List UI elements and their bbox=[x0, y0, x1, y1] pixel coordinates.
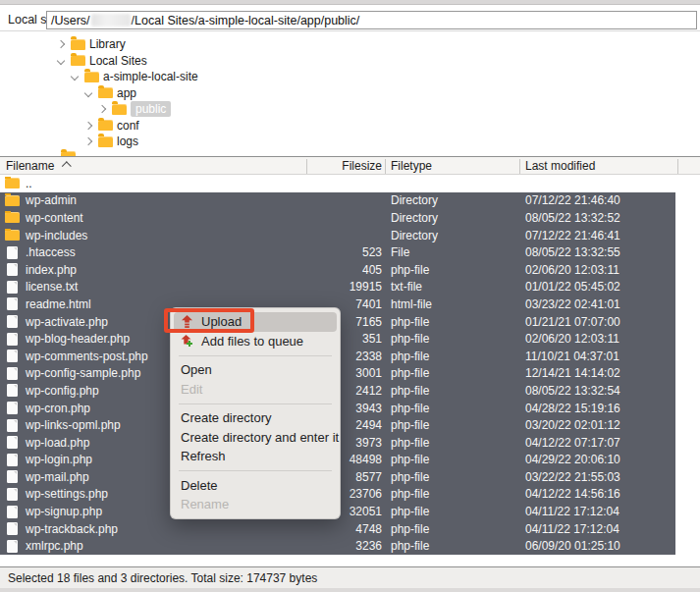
tree-item-label: Local Sites bbox=[89, 54, 147, 68]
file-row-wp-trackback.php[interactable]: wp-trackback.php4748php-file04/11/22 17:… bbox=[0, 520, 675, 538]
file-row-.htaccess[interactable]: .htaccess523File08/05/22 13:32:55 bbox=[0, 243, 675, 261]
tree-item-label: logs bbox=[117, 135, 138, 148]
path-prefix: /Users/ bbox=[51, 14, 90, 27]
last-modified-cell: 02/06/20 12:03:11 bbox=[520, 332, 675, 346]
chevron-glyph bbox=[97, 105, 105, 113]
context-menu: UploadAdd files to queueOpenEditCreate d… bbox=[170, 307, 341, 519]
filesize-cell: 4748 bbox=[307, 522, 386, 536]
filetype-cell: php-file bbox=[386, 418, 520, 432]
file-icon bbox=[7, 315, 18, 328]
tree-item-public[interactable]: public bbox=[0, 101, 700, 118]
file-row-wp-admin[interactable]: wp-adminDirectory07/12/22 21:46:40 bbox=[0, 192, 675, 210]
menu-item-create-directory-and-enter-it[interactable]: Create directory and enter it bbox=[171, 428, 340, 448]
chevron-right-icon[interactable] bbox=[80, 123, 96, 129]
file-row-wp-includes[interactable]: wp-includesDirectory07/12/22 21:46:41 bbox=[0, 227, 675, 244]
tree-item-label: public bbox=[131, 101, 171, 117]
folder-icon bbox=[5, 178, 20, 188]
filename-text: wp-links-opml.php bbox=[26, 418, 121, 432]
column-header-filetype[interactable]: Filetype bbox=[386, 159, 520, 173]
menu-item-create-directory[interactable]: Create directory bbox=[171, 408, 340, 428]
file-icon bbox=[7, 263, 18, 276]
column-divider[interactable] bbox=[385, 159, 386, 174]
folder-icon bbox=[98, 87, 113, 98]
chevron-down-icon[interactable] bbox=[80, 90, 96, 96]
column-header-filename[interactable]: Filename bbox=[0, 159, 307, 173]
last-modified-cell: 04/11/22 17:12:04 bbox=[520, 505, 675, 518]
column-divider[interactable] bbox=[677, 159, 678, 174]
file-row-index.php[interactable]: index.php405php-file02/06/20 12:03:11 bbox=[0, 261, 675, 279]
menu-item-label: Open bbox=[181, 362, 212, 377]
filename-text: readme.html bbox=[26, 297, 91, 311]
menu-item-open[interactable]: Open bbox=[171, 360, 340, 380]
chevron-glyph bbox=[70, 73, 78, 81]
filetype-cell: php-file bbox=[386, 263, 520, 277]
menu-item-add-files-to-queue[interactable]: Add files to queue bbox=[171, 332, 340, 351]
filename-cell: wp-includes bbox=[0, 229, 307, 242]
tree-item-conf[interactable]: conf bbox=[0, 118, 700, 135]
file-icon bbox=[7, 297, 18, 310]
local-site-path-input[interactable]: /Users//Local Sites/a-simple-local-site/… bbox=[46, 11, 697, 29]
filename-cell: .. bbox=[0, 177, 307, 190]
sort-ascending-icon bbox=[62, 161, 72, 171]
add-to-queue-icon bbox=[181, 335, 193, 348]
filetype-cell: Directory bbox=[386, 193, 520, 207]
file-icon bbox=[7, 384, 18, 397]
menu-item-label: Rename bbox=[181, 497, 229, 511]
filetype-cell: File bbox=[386, 245, 520, 259]
tree-item-app[interactable]: app bbox=[0, 85, 700, 102]
tree-item-local-sites[interactable]: Local Sites bbox=[0, 53, 700, 70]
filetype-cell: Directory bbox=[386, 229, 520, 242]
filetype-cell: php-file bbox=[386, 315, 520, 329]
file-row-license.txt[interactable]: license.txt19915txt-file01/01/22 05:45:0… bbox=[0, 279, 675, 296]
file-icon bbox=[7, 419, 18, 432]
folder-icon bbox=[71, 55, 85, 66]
chevron-down-icon[interactable] bbox=[66, 74, 82, 80]
filename-text: wp-admin bbox=[26, 193, 77, 207]
menu-item-label: Add files to queue bbox=[201, 334, 303, 349]
filetype-cell: php-file bbox=[386, 350, 520, 363]
last-modified-cell: 01/01/22 05:45:02 bbox=[520, 280, 675, 294]
filetype-cell: php-file bbox=[386, 402, 520, 415]
file-list: ..wp-adminDirectory07/12/22 21:46:40wp-c… bbox=[0, 175, 700, 555]
last-modified-cell: 04/11/22 17:12:04 bbox=[520, 522, 675, 536]
menu-item-delete[interactable]: Delete bbox=[171, 476, 340, 496]
file-row-..[interactable]: .. bbox=[0, 175, 675, 192]
local-site-bar: Local site: /Users//Local Sites/a-simple… bbox=[0, 6, 700, 30]
last-modified-cell: 06/09/20 01:25:10 bbox=[520, 539, 675, 553]
filetype-cell: php-file bbox=[386, 470, 520, 484]
folder-icon bbox=[84, 72, 99, 82]
column-header-last-modified[interactable]: Last modified bbox=[520, 159, 700, 173]
column-divider[interactable] bbox=[519, 159, 520, 174]
filename-text: wp-config-sample.php bbox=[26, 366, 140, 380]
chevron-down-icon[interactable] bbox=[52, 58, 69, 64]
menu-item-refresh[interactable]: Refresh bbox=[171, 447, 340, 466]
tree-item-logs[interactable]: logs bbox=[0, 134, 700, 150]
filetype-cell: php-file bbox=[386, 384, 520, 398]
menu-item-label: Create directory and enter it bbox=[181, 430, 339, 445]
file-icon bbox=[7, 522, 18, 535]
filezilla-local-pane: Local site: /Users//Local Sites/a-simple… bbox=[0, 0, 700, 592]
filename-text: wp-cron.php bbox=[26, 402, 90, 415]
filetype-cell: Directory bbox=[386, 211, 520, 225]
folder-icon bbox=[112, 104, 127, 115]
chevron-right-icon[interactable] bbox=[93, 106, 110, 112]
file-row-wp-content[interactable]: wp-contentDirectory08/05/22 13:32:52 bbox=[0, 209, 675, 227]
folder-icon bbox=[71, 39, 85, 50]
menu-item-upload[interactable]: Upload bbox=[174, 312, 337, 332]
column-header-filesize[interactable]: Filesize bbox=[307, 159, 386, 173]
tree-item-library[interactable]: Library bbox=[0, 36, 700, 53]
folder-icon bbox=[5, 230, 20, 241]
path-suffix: /Local Sites/a-simple-local-site/app/pub… bbox=[132, 14, 360, 27]
chevron-right-icon[interactable] bbox=[52, 41, 69, 47]
filename-text: .. bbox=[26, 177, 32, 190]
menu-item-label: Create directory bbox=[181, 410, 271, 425]
last-modified-cell: 01/21/21 07:07:00 bbox=[520, 315, 675, 329]
file-row-xmlrpc.php[interactable]: xmlrpc.php3236php-file06/09/20 01:25:10 bbox=[0, 537, 675, 555]
tree-item-a-simple-local-site[interactable]: a-simple-local-site bbox=[0, 69, 700, 85]
last-modified-cell: 07/12/22 21:46:40 bbox=[520, 193, 675, 207]
filesize-cell: 19915 bbox=[307, 280, 386, 294]
menu-separator bbox=[179, 355, 332, 356]
folder-icon bbox=[5, 212, 20, 223]
column-divider[interactable] bbox=[306, 159, 307, 174]
chevron-right-icon[interactable] bbox=[80, 138, 96, 144]
